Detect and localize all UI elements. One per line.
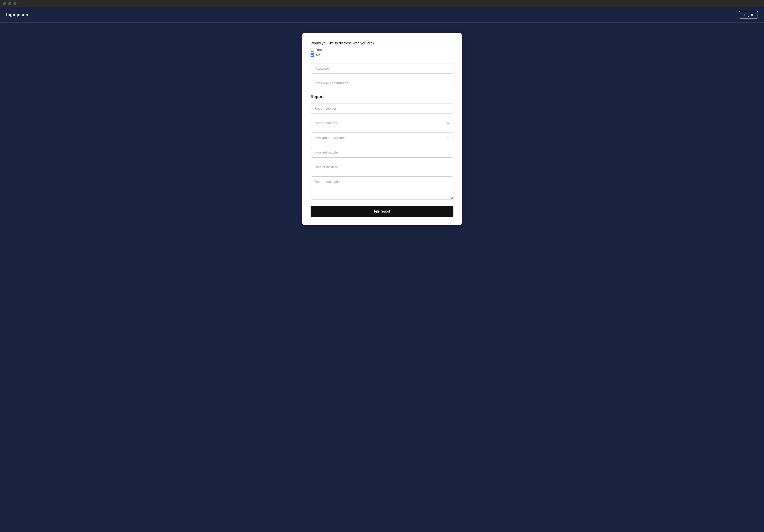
maximize-button[interactable] <box>13 2 16 5</box>
password-confirm-input[interactable] <box>310 78 454 88</box>
file-report-button[interactable]: File report <box>310 206 454 217</box>
page-content: Would you like to disclose who you are? … <box>0 23 764 235</box>
logo-sup: + <box>28 12 30 15</box>
no-option: No <box>310 53 454 57</box>
report-subject-input[interactable] <box>310 103 454 114</box>
navbar: logoipsum+ Log in <box>0 7 764 23</box>
logo: logoipsum+ <box>6 12 30 17</box>
report-description-textarea[interactable] <box>310 177 454 200</box>
titlebar <box>0 0 764 7</box>
involved-people-input[interactable] <box>310 147 454 158</box>
no-checkbox[interactable] <box>310 54 314 57</box>
report-section-title: Report <box>310 94 454 99</box>
yes-label[interactable]: Yes <box>316 48 322 52</box>
yes-checkbox[interactable] <box>310 48 314 52</box>
disclosure-section: Would you like to disclose who you are? … <box>310 41 454 57</box>
report-category-select[interactable]: Report category Fraud Harassment Safety … <box>310 118 454 128</box>
date-of-incident-input[interactable] <box>310 162 454 172</box>
password-input[interactable] <box>310 63 454 74</box>
logo-text: logoipsum <box>6 13 28 17</box>
yes-option: Yes <box>310 48 454 52</box>
login-button[interactable]: Log in <box>739 11 758 19</box>
minimize-button[interactable] <box>8 2 11 5</box>
involved-department-select[interactable]: Involved department HR Finance Operation… <box>310 132 454 143</box>
form-card: Would you like to disclose who you are? … <box>302 33 462 225</box>
no-label[interactable]: No <box>316 53 320 57</box>
disclosure-question: Would you like to disclose who you are? <box>310 41 454 45</box>
close-button[interactable] <box>3 2 6 5</box>
